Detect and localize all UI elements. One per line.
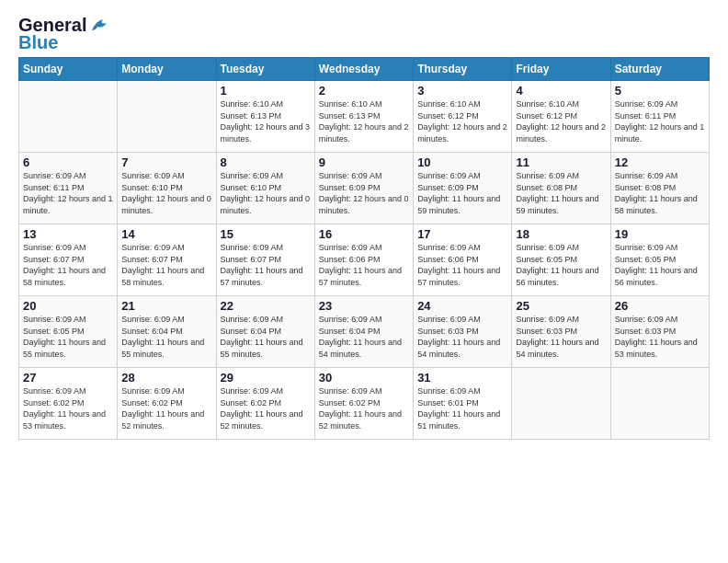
day-number: 30 bbox=[319, 371, 409, 385]
col-header-friday: Friday bbox=[512, 58, 610, 81]
day-number: 6 bbox=[23, 155, 113, 169]
page-container: General Blue SundayMondayTuesdayWednesda… bbox=[0, 0, 728, 449]
day-cell: 10Sunrise: 6:09 AMSunset: 6:09 PMDayligh… bbox=[414, 153, 512, 224]
day-cell: 27Sunrise: 6:09 AMSunset: 6:02 PMDayligh… bbox=[19, 368, 118, 440]
day-number: 25 bbox=[516, 299, 606, 313]
day-cell: 17Sunrise: 6:09 AMSunset: 6:06 PMDayligh… bbox=[414, 224, 512, 296]
day-detail: Sunrise: 6:10 AMSunset: 6:13 PMDaylight:… bbox=[319, 98, 409, 144]
day-detail: Sunrise: 6:10 AMSunset: 6:12 PMDaylight:… bbox=[516, 98, 606, 144]
day-detail: Sunrise: 6:09 AMSunset: 6:08 PMDaylight:… bbox=[516, 170, 606, 216]
day-number: 28 bbox=[121, 371, 211, 385]
day-number: 3 bbox=[417, 84, 507, 98]
day-cell: 30Sunrise: 6:09 AMSunset: 6:02 PMDayligh… bbox=[314, 368, 413, 440]
day-cell: 29Sunrise: 6:09 AMSunset: 6:02 PMDayligh… bbox=[216, 368, 314, 440]
day-number: 13 bbox=[23, 227, 113, 241]
day-detail: Sunrise: 6:09 AMSunset: 6:02 PMDaylight:… bbox=[121, 385, 211, 431]
day-detail: Sunrise: 6:09 AMSunset: 6:04 PMDaylight:… bbox=[221, 314, 311, 360]
day-detail: Sunrise: 6:09 AMSunset: 6:06 PMDaylight:… bbox=[417, 242, 507, 288]
day-cell bbox=[19, 81, 118, 153]
day-detail: Sunrise: 6:09 AMSunset: 6:10 PMDaylight:… bbox=[121, 170, 211, 216]
day-cell: 28Sunrise: 6:09 AMSunset: 6:02 PMDayligh… bbox=[118, 368, 216, 440]
col-header-thursday: Thursday bbox=[414, 58, 512, 81]
day-cell: 22Sunrise: 6:09 AMSunset: 6:04 PMDayligh… bbox=[216, 296, 314, 368]
day-number: 9 bbox=[319, 155, 409, 169]
day-cell bbox=[118, 81, 216, 153]
logo-bird-icon bbox=[90, 17, 110, 34]
day-number: 23 bbox=[319, 299, 409, 313]
col-header-wednesday: Wednesday bbox=[314, 58, 413, 81]
day-cell: 24Sunrise: 6:09 AMSunset: 6:03 PMDayligh… bbox=[414, 296, 512, 368]
day-detail: Sunrise: 6:09 AMSunset: 6:03 PMDaylight:… bbox=[615, 314, 705, 360]
day-detail: Sunrise: 6:09 AMSunset: 6:04 PMDaylight:… bbox=[121, 314, 211, 360]
day-number: 16 bbox=[319, 227, 409, 241]
day-detail: Sunrise: 6:09 AMSunset: 6:09 PMDaylight:… bbox=[417, 170, 507, 216]
day-number: 12 bbox=[615, 155, 705, 169]
logo: General Blue bbox=[18, 15, 110, 53]
day-number: 14 bbox=[121, 227, 211, 241]
day-number: 24 bbox=[417, 299, 507, 313]
col-header-saturday: Saturday bbox=[610, 58, 709, 81]
day-number: 20 bbox=[23, 299, 113, 313]
day-detail: Sunrise: 6:09 AMSunset: 6:09 PMDaylight:… bbox=[319, 170, 409, 216]
day-cell: 14Sunrise: 6:09 AMSunset: 6:07 PMDayligh… bbox=[118, 224, 216, 296]
week-row-2: 6Sunrise: 6:09 AMSunset: 6:11 PMDaylight… bbox=[19, 153, 710, 224]
day-number: 4 bbox=[516, 84, 606, 98]
week-row-1: 1Sunrise: 6:10 AMSunset: 6:13 PMDaylight… bbox=[19, 81, 710, 153]
day-detail: Sunrise: 6:09 AMSunset: 6:05 PMDaylight:… bbox=[516, 242, 606, 288]
day-number: 15 bbox=[221, 227, 311, 241]
day-cell: 21Sunrise: 6:09 AMSunset: 6:04 PMDayligh… bbox=[118, 296, 216, 368]
day-number: 1 bbox=[221, 84, 311, 98]
day-cell: 15Sunrise: 6:09 AMSunset: 6:07 PMDayligh… bbox=[216, 224, 314, 296]
week-row-5: 27Sunrise: 6:09 AMSunset: 6:02 PMDayligh… bbox=[19, 368, 710, 440]
day-cell: 6Sunrise: 6:09 AMSunset: 6:11 PMDaylight… bbox=[19, 153, 118, 224]
day-cell: 26Sunrise: 6:09 AMSunset: 6:03 PMDayligh… bbox=[610, 296, 709, 368]
day-cell: 23Sunrise: 6:09 AMSunset: 6:04 PMDayligh… bbox=[314, 296, 413, 368]
day-number: 18 bbox=[516, 227, 606, 241]
day-cell: 19Sunrise: 6:09 AMSunset: 6:05 PMDayligh… bbox=[610, 224, 709, 296]
day-number: 11 bbox=[516, 155, 606, 169]
day-cell bbox=[610, 368, 709, 440]
day-cell: 25Sunrise: 6:09 AMSunset: 6:03 PMDayligh… bbox=[512, 296, 610, 368]
day-cell: 7Sunrise: 6:09 AMSunset: 6:10 PMDaylight… bbox=[118, 153, 216, 224]
week-row-4: 20Sunrise: 6:09 AMSunset: 6:05 PMDayligh… bbox=[19, 296, 710, 368]
header-row: SundayMondayTuesdayWednesdayThursdayFrid… bbox=[19, 58, 710, 81]
day-detail: Sunrise: 6:09 AMSunset: 6:05 PMDaylight:… bbox=[615, 242, 705, 288]
day-detail: Sunrise: 6:09 AMSunset: 6:02 PMDaylight:… bbox=[221, 385, 311, 431]
day-number: 17 bbox=[417, 227, 507, 241]
day-detail: Sunrise: 6:10 AMSunset: 6:12 PMDaylight:… bbox=[417, 98, 507, 144]
day-detail: Sunrise: 6:09 AMSunset: 6:07 PMDaylight:… bbox=[221, 242, 311, 288]
day-number: 2 bbox=[319, 84, 409, 98]
day-detail: Sunrise: 6:09 AMSunset: 6:05 PMDaylight:… bbox=[23, 314, 113, 360]
logo-blue: Blue bbox=[18, 32, 58, 53]
day-detail: Sunrise: 6:09 AMSunset: 6:08 PMDaylight:… bbox=[615, 170, 705, 216]
day-number: 27 bbox=[23, 371, 113, 385]
day-detail: Sunrise: 6:09 AMSunset: 6:06 PMDaylight:… bbox=[319, 242, 409, 288]
day-number: 5 bbox=[615, 84, 705, 98]
day-detail: Sunrise: 6:09 AMSunset: 6:04 PMDaylight:… bbox=[319, 314, 409, 360]
day-cell: 4Sunrise: 6:10 AMSunset: 6:12 PMDaylight… bbox=[512, 81, 610, 153]
day-detail: Sunrise: 6:09 AMSunset: 6:07 PMDaylight:… bbox=[121, 242, 211, 288]
day-number: 31 bbox=[417, 371, 507, 385]
calendar-table: SundayMondayTuesdayWednesdayThursdayFrid… bbox=[18, 57, 710, 440]
col-header-sunday: Sunday bbox=[19, 58, 118, 81]
day-cell: 16Sunrise: 6:09 AMSunset: 6:06 PMDayligh… bbox=[314, 224, 413, 296]
day-cell: 3Sunrise: 6:10 AMSunset: 6:12 PMDaylight… bbox=[414, 81, 512, 153]
day-cell: 18Sunrise: 6:09 AMSunset: 6:05 PMDayligh… bbox=[512, 224, 610, 296]
day-detail: Sunrise: 6:09 AMSunset: 6:02 PMDaylight:… bbox=[319, 385, 409, 431]
day-cell: 9Sunrise: 6:09 AMSunset: 6:09 PMDaylight… bbox=[314, 153, 413, 224]
day-cell: 8Sunrise: 6:09 AMSunset: 6:10 PMDaylight… bbox=[216, 153, 314, 224]
day-cell bbox=[512, 368, 610, 440]
day-detail: Sunrise: 6:09 AMSunset: 6:01 PMDaylight:… bbox=[417, 385, 507, 431]
day-detail: Sunrise: 6:09 AMSunset: 6:10 PMDaylight:… bbox=[221, 170, 311, 216]
day-detail: Sunrise: 6:09 AMSunset: 6:11 PMDaylight:… bbox=[23, 170, 113, 216]
day-cell: 20Sunrise: 6:09 AMSunset: 6:05 PMDayligh… bbox=[19, 296, 118, 368]
day-number: 29 bbox=[221, 371, 311, 385]
day-cell: 12Sunrise: 6:09 AMSunset: 6:08 PMDayligh… bbox=[610, 153, 709, 224]
day-detail: Sunrise: 6:09 AMSunset: 6:11 PMDaylight:… bbox=[615, 98, 705, 144]
day-number: 10 bbox=[417, 155, 507, 169]
day-cell: 2Sunrise: 6:10 AMSunset: 6:13 PMDaylight… bbox=[314, 81, 413, 153]
day-number: 7 bbox=[121, 155, 211, 169]
day-cell: 1Sunrise: 6:10 AMSunset: 6:13 PMDaylight… bbox=[216, 81, 314, 153]
day-cell: 13Sunrise: 6:09 AMSunset: 6:07 PMDayligh… bbox=[19, 224, 118, 296]
day-detail: Sunrise: 6:09 AMSunset: 6:02 PMDaylight:… bbox=[23, 385, 113, 431]
